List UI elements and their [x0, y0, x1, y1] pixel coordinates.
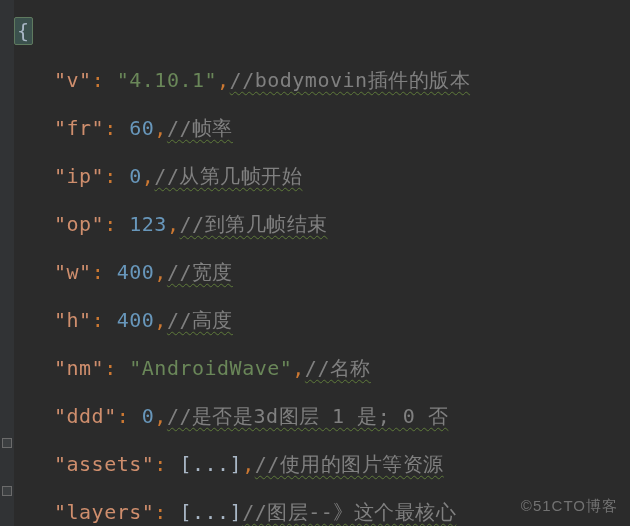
comment: //高度	[167, 308, 233, 332]
colon: :	[104, 116, 117, 140]
code-editor[interactable]: { "v": "4.10.1",//bodymovin插件的版本 "fr": 6…	[0, 0, 630, 526]
colon: :	[154, 500, 167, 524]
open-brace: {	[14, 17, 33, 45]
json-key: "h"	[54, 308, 92, 332]
json-key: "assets"	[54, 452, 154, 476]
code-line: {	[0, 8, 630, 56]
colon: :	[104, 212, 117, 236]
colon: :	[154, 452, 167, 476]
json-key: "w"	[54, 260, 92, 284]
fold-marker-icon[interactable]	[2, 486, 12, 496]
json-key: "nm"	[54, 356, 104, 380]
folded-array[interactable]: [...]	[179, 452, 242, 476]
comma: ,	[154, 260, 167, 284]
code-line: "w": 400,//宽度	[0, 248, 630, 296]
comma: ,	[292, 356, 305, 380]
comma: ,	[154, 404, 167, 428]
json-key: "layers"	[54, 500, 154, 524]
comma: ,	[154, 308, 167, 332]
comma: ,	[154, 116, 167, 140]
comment: //从第几帧开始	[154, 164, 302, 188]
code-line: "ip": 0,//从第几帧开始	[0, 152, 630, 200]
code-line: "ddd": 0,//是否是3d图层 1 是; 0 否	[0, 392, 630, 440]
json-number: 400	[117, 308, 155, 332]
comma: ,	[217, 68, 230, 92]
code-line: "nm": "AndroidWave",//名称	[0, 344, 630, 392]
json-number: 60	[129, 116, 154, 140]
colon: :	[104, 356, 117, 380]
comment: //是否是3d图层 1 是; 0 否	[167, 404, 448, 428]
json-string: "AndroidWave"	[129, 356, 292, 380]
json-key: "fr"	[54, 116, 104, 140]
comment: //到第几帧结束	[179, 212, 327, 236]
code-line: "assets": [...],//使用的图片等资源	[0, 440, 630, 488]
comma: ,	[242, 452, 255, 476]
comment: //帧率	[167, 116, 233, 140]
fold-marker-icon[interactable]	[2, 438, 12, 448]
json-number: 400	[117, 260, 155, 284]
colon: :	[104, 164, 117, 188]
code-line: "op": 123,//到第几帧结束	[0, 200, 630, 248]
comment: //使用的图片等资源	[255, 452, 444, 476]
json-key: "ip"	[54, 164, 104, 188]
json-number: 123	[129, 212, 167, 236]
code-line: "h": 400,//高度	[0, 296, 630, 344]
json-number: 0	[142, 404, 155, 428]
colon: :	[92, 68, 105, 92]
code-line: "fr": 60,//帧率	[0, 104, 630, 152]
watermark: ©51CTO博客	[521, 497, 618, 516]
comment: //bodymovin插件的版本	[230, 68, 470, 92]
colon: :	[117, 404, 130, 428]
comment: //宽度	[167, 260, 233, 284]
colon: :	[92, 260, 105, 284]
json-string: "4.10.1"	[117, 68, 217, 92]
comma: ,	[167, 212, 180, 236]
comment: //图层--》这个最核心	[242, 500, 456, 524]
code-line: "v": "4.10.1",//bodymovin插件的版本	[0, 56, 630, 104]
json-key: "v"	[54, 68, 92, 92]
json-number: 0	[129, 164, 142, 188]
colon: :	[92, 308, 105, 332]
comma: ,	[142, 164, 155, 188]
json-key: "op"	[54, 212, 104, 236]
json-key: "ddd"	[54, 404, 117, 428]
folded-array[interactable]: [...]	[179, 500, 242, 524]
comment: //名称	[305, 356, 371, 380]
gutter	[0, 0, 14, 526]
